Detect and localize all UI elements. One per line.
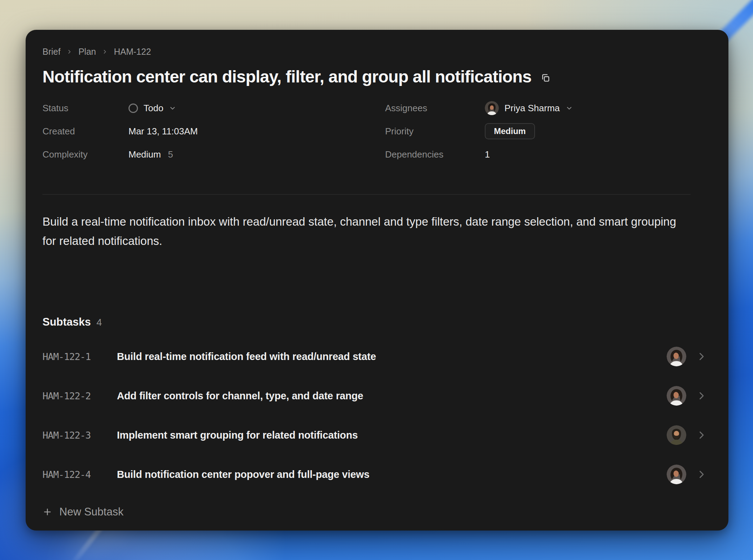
subtask-row[interactable]: HAM-122-4 Build notification center popo…: [42, 459, 712, 489]
dependencies-row: Dependencies 1: [385, 143, 712, 166]
subtask-title: Add filter controls for channel, type, a…: [117, 390, 667, 402]
section-divider: [42, 194, 691, 195]
breadcrumb: Brief Plan HAM-122: [42, 47, 712, 56]
priority-row: Priority Medium: [385, 120, 712, 143]
title-row: Notification center can display, filter,…: [42, 67, 712, 87]
task-detail-card: Brief Plan HAM-122 Notification center c…: [26, 30, 728, 531]
complexity-row: Complexity Medium 5: [42, 143, 385, 166]
chevron-right-icon: [67, 49, 72, 54]
task-description: Build a real-time notification inbox wit…: [42, 212, 681, 251]
assignees-row: Assignees Priya Sharma: [385, 96, 712, 120]
breadcrumb-item-task-id[interactable]: HAM-122: [114, 47, 151, 56]
subtask-assignee-avatar: [667, 347, 686, 366]
priority-label: Priority: [385, 126, 485, 137]
chevron-right-icon: [696, 351, 707, 362]
plus-icon: [42, 507, 52, 517]
assignee-dropdown[interactable]: Priya Sharma: [485, 101, 573, 115]
subtask-row[interactable]: HAM-122-1 Build real-time notification f…: [42, 341, 712, 372]
copy-icon: [541, 73, 550, 83]
subtask-assignee-avatar: [667, 386, 686, 406]
subtask-title: Implement smart grouping for related not…: [117, 429, 667, 441]
complexity-value: Medium 5: [128, 149, 173, 160]
subtask-assignee-avatar: [667, 465, 686, 484]
chevron-right-icon: [102, 49, 107, 54]
subtask-id: HAM-122-4: [42, 469, 117, 480]
assignee-avatar: [485, 101, 499, 115]
assignees-label: Assignees: [385, 103, 485, 114]
created-row: Created Mar 13, 11:03AM: [42, 120, 385, 143]
chevron-right-icon: [696, 430, 707, 440]
assignee-name: Priya Sharma: [504, 103, 560, 114]
status-todo-icon: [128, 104, 138, 113]
priority-badge[interactable]: Medium: [485, 123, 535, 139]
subtask-assignee-avatar: [667, 425, 686, 445]
complexity-value-text: Medium: [128, 149, 161, 160]
subtask-list: HAM-122-1 Build real-time notification f…: [42, 341, 712, 489]
new-subtask-label: New Subtask: [59, 506, 124, 518]
complexity-points: 5: [168, 149, 173, 160]
subtask-id: HAM-122-1: [42, 351, 117, 362]
chevron-right-icon: [696, 391, 707, 401]
dependencies-value: 1: [485, 149, 490, 160]
subtask-title: Build notification center popover and fu…: [117, 469, 667, 480]
breadcrumb-item-plan[interactable]: Plan: [78, 47, 96, 56]
subtask-title: Build real-time notification feed with r…: [117, 351, 667, 362]
status-label: Status: [42, 103, 128, 114]
subtask-row[interactable]: HAM-122-2 Add filter controls for channe…: [42, 381, 712, 411]
chevron-right-icon: [696, 469, 707, 480]
copy-title-button[interactable]: [541, 73, 550, 83]
created-value: Mar 13, 11:03AM: [128, 126, 198, 137]
subtasks-heading: Subtasks: [42, 315, 91, 329]
meta-column-right: Assignees Priya Sharma Priority Medium D…: [385, 96, 712, 166]
subtasks-count: 4: [97, 317, 102, 328]
subtask-id: HAM-122-2: [42, 391, 117, 401]
meta-grid: Status Todo Created Mar 13, 11:03AM Comp…: [42, 96, 712, 166]
status-row: Status Todo: [42, 96, 385, 120]
page-title: Notification center can display, filter,…: [42, 67, 531, 87]
complexity-label: Complexity: [42, 149, 128, 160]
meta-column-left: Status Todo Created Mar 13, 11:03AM Comp…: [42, 96, 385, 166]
status-value: Todo: [144, 103, 163, 114]
chevron-down-icon: [566, 105, 573, 112]
created-label: Created: [42, 126, 128, 137]
chevron-down-icon: [169, 105, 176, 112]
breadcrumb-item-brief[interactable]: Brief: [42, 47, 60, 56]
dependencies-label: Dependencies: [385, 149, 485, 160]
status-dropdown[interactable]: Todo: [128, 103, 176, 114]
subtask-id: HAM-122-3: [42, 430, 117, 441]
new-subtask-button[interactable]: New Subtask: [42, 504, 124, 520]
subtasks-header: Subtasks 4: [42, 315, 712, 329]
subtask-row[interactable]: HAM-122-3 Implement smart grouping for r…: [42, 420, 712, 450]
